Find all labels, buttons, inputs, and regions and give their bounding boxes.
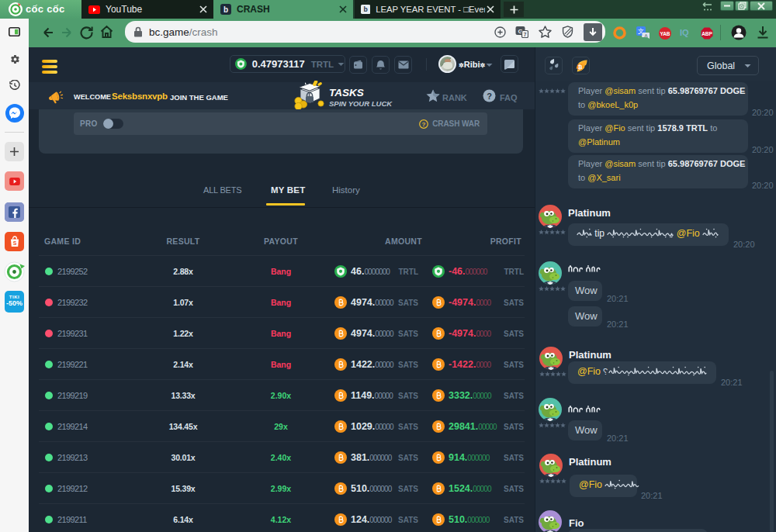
- svg-text:S: S: [12, 240, 16, 246]
- svg-text:?: ?: [422, 120, 426, 127]
- svg-text:A: A: [645, 33, 648, 38]
- svg-text:?: ?: [487, 92, 492, 101]
- svg-text:₿: ₿: [578, 64, 583, 70]
- svg-text:ABP: ABP: [702, 31, 712, 36]
- svg-text:b: b: [363, 5, 367, 13]
- svg-text:b: b: [223, 5, 228, 14]
- svg-text:7: 7: [524, 32, 527, 37]
- svg-text:YAB: YAB: [660, 31, 670, 36]
